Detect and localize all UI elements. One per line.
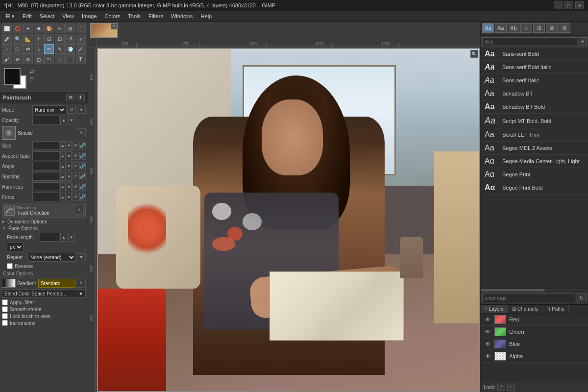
canvas-zoom-btn[interactable]: 🔍 xyxy=(470,50,478,58)
tool-text[interactable]: T xyxy=(76,54,86,64)
force-up-btn[interactable]: ▲ xyxy=(60,193,66,201)
font-type-btn-list[interactable]: ≡ xyxy=(520,23,532,33)
font-item-script-mt[interactable]: Aa Script MT Bold, Bold xyxy=(481,114,588,128)
tool-scissors-select[interactable]: ✂ xyxy=(55,24,65,33)
hardness-input[interactable]: 100,0 xyxy=(32,182,59,191)
lock-position-btn[interactable]: + xyxy=(507,384,515,391)
force-reset-btn[interactable]: ↺ xyxy=(73,193,78,201)
font-item-schadow-bold[interactable]: Aa Schadow BT Bold xyxy=(481,100,588,114)
hardness-up-btn[interactable]: ▲ xyxy=(60,182,66,191)
tool-foreground-select[interactable]: ⊞ xyxy=(65,24,75,33)
layer-eye-blue[interactable]: 👁 xyxy=(484,340,491,348)
size-reset-btn[interactable]: ↺ xyxy=(73,142,78,149)
font-item-segoe-mdl[interactable]: Aa Segoe MDL 2 Assets xyxy=(481,142,588,155)
hardness-reset-btn[interactable]: ↺ xyxy=(73,183,78,191)
dynamics-edit-btn[interactable]: ✎ xyxy=(75,206,84,215)
menu-select[interactable]: Select xyxy=(36,12,59,20)
fade-length-input[interactable]: 100 xyxy=(40,233,59,242)
tool-ink[interactable]: 🖋 xyxy=(76,44,86,54)
tool-airbrush[interactable]: 💨 xyxy=(65,44,75,54)
layer-eye-red[interactable]: 👁 xyxy=(484,316,491,323)
opacity-input[interactable]: 15,9 xyxy=(32,116,59,124)
font-type-btn-settings[interactable]: ⚙ xyxy=(559,23,570,33)
size-down-btn[interactable]: ▼ xyxy=(67,141,72,150)
font-refresh-btn[interactable]: ↻ xyxy=(576,294,587,302)
tool-scale[interactable]: ⤢ xyxy=(76,34,86,44)
maximize-button[interactable]: □ xyxy=(564,1,573,9)
layer-item-alpha[interactable]: 👁 Alpha xyxy=(481,350,588,363)
font-type-btn-serif[interactable]: Aa xyxy=(482,23,494,33)
tool-mypaint[interactable]: 🖌 xyxy=(2,54,12,64)
mode-extra-btn[interactable]: ▼ xyxy=(77,106,86,114)
menu-view[interactable]: View xyxy=(58,12,78,20)
tool-rotate[interactable]: ↺ xyxy=(65,34,75,44)
layer-item-blue[interactable]: 👁 Blue xyxy=(481,338,588,350)
angle-link-btn[interactable]: 🔗 xyxy=(79,162,86,170)
font-item-sans-bold[interactable]: Aa Sans-serif Bold xyxy=(481,48,588,61)
lock-brush-checkbox[interactable] xyxy=(2,313,8,319)
smooth-stroke-checkbox[interactable] xyxy=(2,306,8,312)
font-item-scruff[interactable]: Aa Scruff LET Thin xyxy=(481,128,588,142)
tab-channels[interactable]: ⊞ Channels xyxy=(508,305,542,313)
font-type-btn-mono[interactable]: Ab xyxy=(508,23,519,33)
font-item-segoe-print[interactable]: Aα Segoe Print xyxy=(481,168,588,181)
force-down-btn[interactable]: ▼ xyxy=(67,193,72,201)
font-item-segoe-print-bold[interactable]: Aα Segoe Print Bold xyxy=(481,181,588,195)
apply-jitter-checkbox[interactable] xyxy=(2,299,8,305)
layer-eye-alpha[interactable]: 👁 xyxy=(484,352,491,360)
menu-windows[interactable]: Windows xyxy=(167,12,197,20)
angle-reset-btn[interactable]: ↺ xyxy=(73,162,78,170)
tool-eraser[interactable]: ◻ xyxy=(34,54,44,64)
font-type-btn-other[interactable]: ⊘ xyxy=(546,23,558,33)
force-link-btn[interactable]: 🔗 xyxy=(79,193,86,201)
angle-down-btn[interactable]: ▼ xyxy=(67,162,72,171)
repeat-select[interactable]: None (extend) Repeat Truncate xyxy=(27,253,76,262)
mode-history-btn[interactable]: ↺ xyxy=(67,106,76,114)
tool-select-by-color[interactable]: 🎨 xyxy=(44,24,54,33)
spacing-input[interactable]: 50,0 xyxy=(32,172,59,181)
minimize-button[interactable]: – xyxy=(554,1,563,9)
angle-up-btn[interactable]: ▲ xyxy=(60,162,66,171)
font-item-sans-italic[interactable]: Aa Sans-serif Italic xyxy=(481,74,588,87)
tool-fuzzy-select[interactable]: ✺ xyxy=(34,24,44,33)
layer-item-red[interactable]: 👁 Red xyxy=(481,314,588,326)
font-filter-arrow[interactable]: ▼ xyxy=(579,37,587,46)
menu-filters[interactable]: Filters xyxy=(145,12,167,20)
menu-file[interactable]: File xyxy=(2,12,19,20)
blend-color-space-btn[interactable]: Blend Color Space Percep... ▼ xyxy=(2,289,86,298)
angle-input[interactable]: 0,00 xyxy=(32,162,59,171)
menu-tools[interactable]: Tools xyxy=(124,12,145,20)
aspect-down-btn[interactable]: ▼ xyxy=(67,151,72,160)
tool-fill[interactable]: ⬛ xyxy=(65,54,75,64)
swap-colors-icon[interactable]: ⇄ xyxy=(29,68,34,75)
menu-colors[interactable]: Colors xyxy=(101,12,124,20)
tool-smudge[interactable]: 〜 xyxy=(44,54,54,64)
tool-shear[interactable]: ⟋ xyxy=(2,44,12,54)
layer-item-green[interactable]: 👁 Green xyxy=(481,326,588,338)
menu-edit[interactable]: Edit xyxy=(19,12,36,20)
force-input[interactable]: 100,0 xyxy=(32,193,59,201)
fade-down-btn[interactable]: ▼ xyxy=(68,233,75,242)
tab-layers[interactable]: ≡ Layers xyxy=(481,305,508,313)
tool-move[interactable]: ✛ xyxy=(34,34,44,44)
opacity-up-btn[interactable]: ▲ xyxy=(60,116,67,124)
font-item-segoe-media[interactable]: Aα Segoe Media Center Light, Light xyxy=(481,155,588,168)
spacing-down-btn[interactable]: ▼ xyxy=(67,172,72,181)
font-filter-input[interactable]: filter xyxy=(482,37,577,46)
font-type-btn-grid[interactable]: ⊞ xyxy=(533,23,545,33)
tool-align[interactable]: ⊟ xyxy=(44,34,54,44)
gradient-edit-btn[interactable]: ✎ xyxy=(77,279,86,288)
hardness-link-btn[interactable]: 🔗 xyxy=(79,183,86,191)
menu-help[interactable]: Help xyxy=(197,12,216,20)
spacing-link-btn[interactable]: 🔗 xyxy=(79,172,86,180)
canvas-thumbnail[interactable]: ✕ xyxy=(90,23,118,38)
tool-zoom[interactable]: 🔍 xyxy=(13,34,23,44)
tool-rect-select[interactable]: ⬜ xyxy=(2,24,12,33)
tool-paintbrush[interactable]: ✏ xyxy=(44,44,54,54)
tool-crop[interactable]: ⊡ xyxy=(55,34,65,44)
aspect-reset-btn[interactable]: ↺ xyxy=(73,152,78,160)
tab-paths[interactable]: ⊓ Paths xyxy=(542,305,569,313)
tool-clone[interactable]: ⊕ xyxy=(13,54,23,64)
brush-preview[interactable] xyxy=(2,126,16,140)
tool-wrap[interactable]: ⤸ xyxy=(34,44,44,54)
